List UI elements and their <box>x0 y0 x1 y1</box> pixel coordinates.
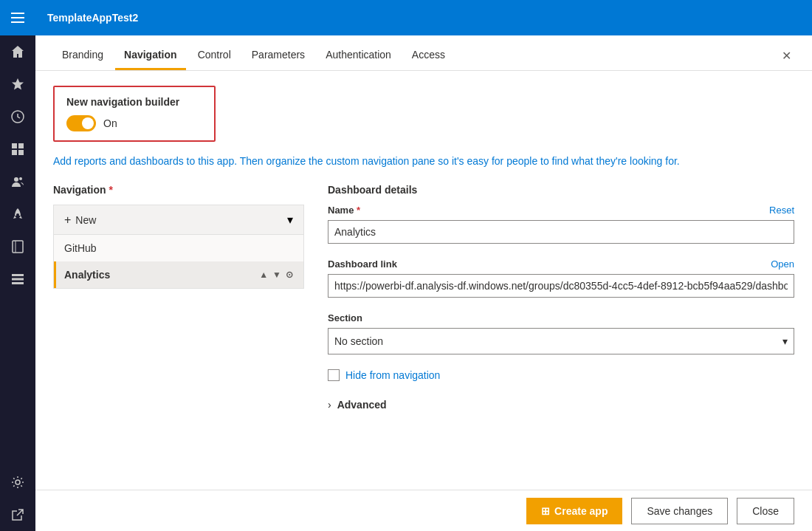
link-form-group: Dashboard link Open <box>328 258 794 298</box>
two-column-layout: Navigation * + New ▾ GitHub <box>53 184 794 414</box>
list-view-icon[interactable] <box>0 263 35 295</box>
nav-item-github[interactable]: GitHub <box>54 235 303 261</box>
footer: ⊞ Create app Save changes Close <box>35 490 812 531</box>
svg-rect-5 <box>18 143 24 148</box>
section-form-group: Section No section ▾ <box>328 312 794 354</box>
advanced-label: Advanced <box>337 399 387 411</box>
open-link[interactable]: Open <box>771 258 794 270</box>
info-text: Add reports and dashboards to this app. … <box>53 154 794 169</box>
hamburger-button[interactable] <box>0 0 35 35</box>
svg-rect-4 <box>12 143 17 148</box>
settings-icon[interactable] <box>0 466 35 499</box>
hide-nav-label[interactable]: Hide from navigation <box>345 369 440 381</box>
nav-item-analytics-label: Analytics <box>64 269 110 281</box>
nav-builder-toggle[interactable] <box>66 115 96 131</box>
link-label-row: Dashboard link Open <box>328 258 794 270</box>
name-label: Name <box>328 205 354 216</box>
move-down-icon[interactable]: ▼ <box>272 270 281 280</box>
name-label-row: Name * Reset <box>328 205 794 216</box>
svg-point-8 <box>14 177 18 182</box>
tab-navigation[interactable]: Navigation <box>115 41 186 70</box>
move-up-icon[interactable]: ▲ <box>259 270 268 280</box>
save-changes-button[interactable]: Save changes <box>631 498 728 524</box>
section-dropdown-arrow: ▾ <box>782 335 788 347</box>
create-app-label: Create app <box>554 505 608 517</box>
advanced-section[interactable]: › Advanced <box>328 396 794 414</box>
navigation-list-panel: + New ▾ GitHub Analytics ▲ ▼ <box>53 205 304 289</box>
toggle-label: New navigation builder <box>66 96 202 108</box>
section-dropdown[interactable]: No section ▾ <box>328 328 794 354</box>
svg-point-16 <box>16 480 20 484</box>
name-required: * <box>354 205 360 216</box>
toggle-state-text: On <box>103 117 117 129</box>
svg-rect-0 <box>11 13 24 14</box>
people-icon[interactable] <box>0 165 35 198</box>
plus-icon: + <box>64 213 71 227</box>
name-form-group: Name * Reset <box>328 205 794 244</box>
dropdown-arrow-icon: ▾ <box>287 213 293 227</box>
dialog: Branding Navigation Control Parameters A… <box>35 35 812 531</box>
dashboard-details-panel: Dashboard details Name * Reset <box>328 184 794 414</box>
tab-authentication[interactable]: Authentication <box>317 41 400 70</box>
svg-rect-6 <box>12 150 17 155</box>
tab-parameters[interactable]: Parameters <box>243 41 314 70</box>
star-icon[interactable] <box>0 68 35 100</box>
sidebar <box>0 0 35 531</box>
navigation-panel: Navigation * + New ▾ GitHub <box>53 184 304 414</box>
svg-rect-1 <box>11 17 24 18</box>
home-icon[interactable] <box>0 35 35 68</box>
tabs-bar: Branding Navigation Control Parameters A… <box>35 35 812 71</box>
section-label: Section <box>328 312 362 323</box>
svg-rect-7 <box>18 150 24 155</box>
nav-builder-toggle-box: New navigation builder On <box>53 86 216 142</box>
name-input[interactable] <box>328 220 794 244</box>
tab-access[interactable]: Access <box>403 41 454 70</box>
reset-link[interactable]: Reset <box>769 205 794 216</box>
svg-rect-2 <box>11 21 24 23</box>
nav-item-github-label: GitHub <box>64 242 97 254</box>
required-marker: * <box>106 184 113 196</box>
add-new-label: New <box>75 214 96 226</box>
apps-icon[interactable] <box>0 133 35 165</box>
main-content: TemplateAppTest2 Branding Navigation Con… <box>35 0 812 531</box>
content-area: New navigation builder On Add reports an… <box>35 71 812 490</box>
navigation-section-heading: Navigation * <box>53 184 304 196</box>
tab-control[interactable]: Control <box>189 41 240 70</box>
hide-nav-row: Hide from navigation <box>328 369 794 381</box>
section-value: No section <box>334 335 383 347</box>
svg-rect-15 <box>12 282 24 284</box>
external-link-icon[interactable] <box>0 499 35 531</box>
close-icon[interactable]: ✕ <box>779 46 794 66</box>
svg-rect-11 <box>13 241 23 253</box>
link-label: Dashboard link <box>328 258 397 270</box>
header: TemplateAppTest2 <box>35 0 812 35</box>
link-input[interactable] <box>328 274 794 298</box>
close-button[interactable]: Close <box>737 498 794 524</box>
svg-rect-13 <box>12 274 24 276</box>
toggle-row: On <box>66 115 202 131</box>
chevron-right-icon: › <box>328 399 331 411</box>
svg-point-10 <box>16 213 19 216</box>
rocket-icon[interactable] <box>0 198 35 230</box>
svg-point-9 <box>19 177 22 180</box>
hide-nav-checkbox[interactable] <box>328 369 340 381</box>
create-app-button[interactable]: ⊞ Create app <box>526 498 622 524</box>
add-new-button[interactable]: + New ▾ <box>54 205 303 235</box>
more-options-icon[interactable]: ⊙ <box>286 270 293 280</box>
app-title: TemplateAppTest2 <box>47 12 138 24</box>
book-icon[interactable] <box>0 230 35 263</box>
tab-branding[interactable]: Branding <box>53 41 112 70</box>
nav-item-analytics[interactable]: Analytics ▲ ▼ ⊙ <box>54 261 303 288</box>
svg-rect-14 <box>12 278 24 281</box>
dashboard-details-heading: Dashboard details <box>328 184 794 196</box>
clock-icon[interactable] <box>0 100 35 133</box>
create-app-icon: ⊞ <box>541 505 550 517</box>
